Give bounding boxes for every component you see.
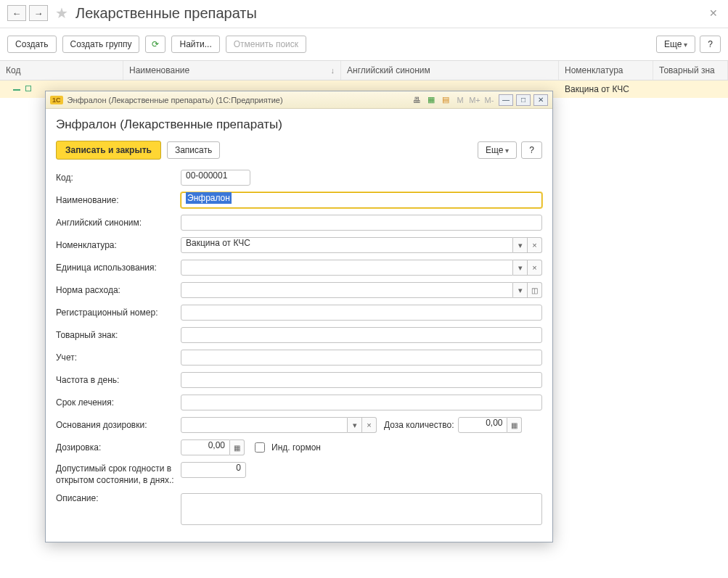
- refresh-icon: ⟳: [152, 39, 159, 49]
- shelf-life-field[interactable]: 0: [181, 462, 246, 478]
- unit-clear-button[interactable]: ×: [528, 260, 542, 276]
- label-basis: Основания дозировки:: [56, 420, 181, 430]
- grid-icon[interactable]: ▦: [425, 94, 438, 106]
- label-rate: Норма расхода:: [56, 285, 181, 295]
- dialog-title: Энфралон (Лекарственные препараты): [56, 117, 542, 132]
- dosage-basis-field[interactable]: [181, 417, 348, 433]
- label-nom: Номенклатура:: [56, 240, 181, 250]
- nomenclature-dropdown-button[interactable]: ▾: [513, 237, 528, 253]
- label-dose-qty: Доза количество:: [384, 420, 454, 430]
- sort-indicator-icon: ↓: [331, 66, 335, 75]
- col-tm[interactable]: Товарный зна: [653, 61, 728, 80]
- edit-dialog: 1C Энфралон (Лекарственные препараты) (1…: [45, 91, 553, 542]
- dialog-minimize-button[interactable]: —: [499, 94, 513, 106]
- calendar-icon[interactable]: ▤: [439, 94, 452, 106]
- dosage-basis-clear-button[interactable]: ×: [362, 417, 377, 433]
- help-button[interactable]: ?: [700, 36, 721, 53]
- create-button[interactable]: Создать: [7, 36, 57, 53]
- col-nom[interactable]: Номенклатура: [559, 61, 653, 80]
- ind-hormone-checkbox-input[interactable]: [255, 442, 265, 453]
- memory-mplus-icon[interactable]: M+: [468, 94, 481, 106]
- duration-field[interactable]: [181, 395, 542, 410]
- row-nom-cell: Вакцина от КЧС: [559, 82, 653, 96]
- memory-m-icon[interactable]: M: [454, 94, 467, 106]
- dosage-calc-button[interactable]: [230, 439, 245, 455]
- dialog-help-button[interactable]: ?: [521, 141, 542, 159]
- label-unit: Единица использования:: [56, 263, 181, 273]
- page-title: Лекарственные препараты: [75, 5, 257, 22]
- rate-dropdown-button[interactable]: ▾: [513, 282, 528, 298]
- cancel-search-button: Отменить поиск: [226, 36, 306, 53]
- app-1c-icon: 1C: [50, 96, 63, 104]
- account-field[interactable]: [181, 350, 542, 366]
- label-en: Английский синоним:: [56, 218, 181, 228]
- label-code: Код:: [56, 173, 181, 183]
- label-shelf: Допустимый срок годности в открытом сост…: [56, 462, 181, 486]
- col-en[interactable]: Английский синоним: [341, 61, 559, 80]
- print-preview-icon[interactable]: 🖶: [410, 94, 423, 106]
- registration-number-field[interactable]: [181, 305, 542, 321]
- col-code[interactable]: Код: [0, 61, 123, 80]
- create-group-button[interactable]: Создать группу: [62, 36, 140, 53]
- label-name: Наименование:: [56, 195, 181, 205]
- label-dose: Дозировка:: [56, 442, 181, 453]
- dosage-field[interactable]: 0,00: [181, 439, 230, 455]
- save-and-close-button[interactable]: Записать и закрыть: [56, 141, 161, 160]
- code-field[interactable]: 00-000001: [181, 170, 250, 186]
- label-freq: Частота в день:: [56, 375, 181, 385]
- more-button[interactable]: Еще: [656, 36, 695, 53]
- favorite-star-icon[interactable]: ★: [55, 4, 68, 22]
- row-item-icon: [25, 86, 31, 91]
- label-duration: Срок лечения:: [56, 397, 181, 408]
- description-field[interactable]: [181, 493, 542, 525]
- nomenclature-field[interactable]: Вакцина от КЧС: [181, 237, 513, 253]
- memory-mminus-icon[interactable]: M-: [483, 94, 496, 106]
- unit-field[interactable]: [181, 260, 513, 276]
- nav-back-button[interactable]: ←: [7, 5, 26, 21]
- trademark-field[interactable]: [181, 327, 542, 343]
- label-descr: Описание:: [56, 493, 181, 503]
- rate-open-button[interactable]: [528, 282, 542, 298]
- label-tm: Товарный знак:: [56, 330, 181, 340]
- dialog-maximize-button[interactable]: □: [516, 94, 531, 106]
- nav-forward-button[interactable]: →: [29, 5, 48, 21]
- row-expand-icon: [13, 89, 20, 91]
- ind-hormone-checkbox[interactable]: Инд. гормон: [252, 440, 321, 455]
- english-synonym-field[interactable]: [181, 215, 542, 231]
- dose-quantity-calc-button[interactable]: [507, 417, 522, 433]
- ind-hormone-label: Инд. гормон: [271, 442, 321, 453]
- unit-dropdown-button[interactable]: ▾: [513, 260, 528, 276]
- dosage-basis-dropdown-button[interactable]: ▾: [348, 417, 362, 433]
- refresh-button[interactable]: ⟳: [145, 36, 165, 53]
- label-reg: Регистрационный номер:: [56, 307, 181, 318]
- save-button[interactable]: Записать: [167, 141, 220, 159]
- name-field[interactable]: Энфралон: [181, 192, 542, 208]
- frequency-field[interactable]: [181, 372, 542, 388]
- label-account: Учет:: [56, 352, 181, 363]
- dialog-titlebar-text: Энфралон (Лекарственные препараты) (1С:П…: [68, 96, 283, 104]
- dose-quantity-field[interactable]: 0,00: [458, 417, 507, 433]
- dialog-close-button[interactable]: ✕: [533, 94, 548, 106]
- table-header: Код Наименование ↓ Английский синоним Но…: [0, 61, 728, 80]
- col-name[interactable]: Наименование ↓: [123, 61, 341, 80]
- dialog-more-button[interactable]: Еще: [478, 141, 517, 159]
- nomenclature-clear-button[interactable]: ×: [528, 237, 542, 253]
- page-close-icon[interactable]: ✕: [706, 4, 721, 22]
- rate-field[interactable]: [181, 282, 513, 298]
- find-button[interactable]: Найти...: [171, 36, 219, 53]
